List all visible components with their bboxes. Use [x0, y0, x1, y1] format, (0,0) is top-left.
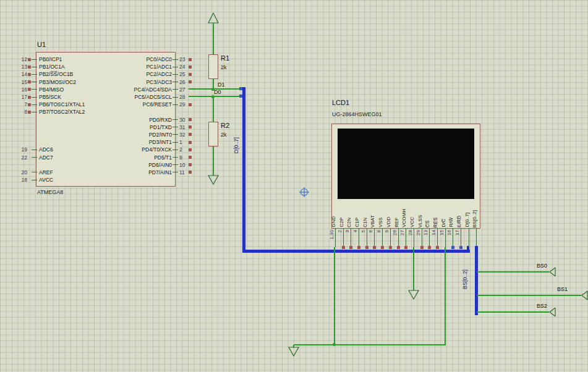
u1-pin-row[interactable]: PD0/RXD 30: [101, 116, 192, 124]
wire-bs2[interactable]: [477, 311, 549, 313]
wire-scl-r2[interactable]: [213, 97, 214, 122]
pin-stub: [173, 74, 178, 75]
ground-symbol-r2[interactable]: [207, 173, 219, 185]
u1-pin-row[interactable]: PD1/TXD 31: [101, 124, 192, 131]
pin-stub: [32, 104, 37, 105]
pin-square: [189, 103, 192, 106]
bus-label-bs[interactable]: BS[0..2]: [462, 269, 468, 289]
wire-scl[interactable]: [189, 96, 244, 97]
pin-number: 7: [17, 101, 27, 108]
u1-pin-row[interactable]: 16 PB4/MISO: [17, 86, 85, 93]
pin-stub: [422, 229, 422, 247]
pin-square: [459, 246, 462, 249]
pin-square: [349, 246, 352, 249]
ground-symbol-lcd[interactable]: [407, 288, 420, 300]
lcd-pin-label: VCOMH: [402, 209, 410, 227]
pin-stub: [374, 229, 375, 247]
pin-stub: [398, 229, 399, 247]
u1-pin-row[interactable]: PC5/ADC5/SCL 28: [101, 93, 192, 101]
wire-lcd-gnd[interactable]: [334, 247, 335, 345]
u1-pin-row[interactable]: PD3/INT1 1: [101, 138, 192, 146]
u1-pin-row[interactable]: 13 PB1/OC1A: [17, 63, 85, 70]
pin-label: PB5/SCK: [39, 94, 61, 100]
wire-lcd-vcc-gnd[interactable]: [413, 247, 414, 290]
u1-pin-row[interactable]: 8 PB7/TOSC2/XTAL2: [17, 108, 85, 116]
pin-square: [365, 246, 369, 249]
wire-power-r1[interactable]: [213, 23, 214, 54]
r1-body[interactable]: [208, 54, 218, 79]
bus-d-horizontal[interactable]: [242, 250, 470, 253]
u1-pin-row[interactable]: PC4/ADC4/SDA 27: [101, 86, 192, 93]
bus-d-vertical[interactable]: [242, 87, 245, 253]
pin-stub: [173, 164, 178, 165]
pin-number: 14: [17, 71, 27, 77]
r2-body[interactable]: [208, 122, 218, 146]
pin-stub: [32, 89, 37, 90]
wire-r2-gnd[interactable]: [213, 146, 214, 175]
wire-bs1[interactable]: [477, 295, 581, 296]
pin-stub: [469, 229, 469, 247]
u1-pin-row[interactable]: 20 AREF: [17, 169, 85, 176]
pin-stub: [445, 229, 446, 247]
u1-pin-row[interactable]: 22 ADC7: [17, 153, 85, 161]
net-label-bs2[interactable]: BS2: [537, 303, 547, 309]
u1-pin-row[interactable]: PD7/AIN1 11: [101, 169, 192, 176]
pin-stub: [343, 229, 344, 247]
u1-pin-row[interactable]: PC0/ADC0 23: [101, 56, 192, 63]
lcd-pin-labels: GND C2P C2N C1P C1N VBAT VSS VDD REF VCO…: [331, 199, 480, 227]
u1-pin-row[interactable]: 7 PB6/TOSC1/XTAL1: [17, 101, 85, 108]
net-label-d1[interactable]: D1: [218, 82, 225, 88]
wire-bs0[interactable]: [477, 271, 549, 273]
u1-pin-row[interactable]: PD6/AIN0 10: [101, 161, 192, 169]
u1-pin-row[interactable]: PD5/T1 9: [101, 153, 192, 161]
u1-pin-row[interactable]: 14 PB2/S̅S̅/OC1B: [17, 70, 85, 78]
pin-square: [28, 103, 31, 106]
pin-number: 18: [17, 177, 27, 183]
lcd-pin[interactable]: 17: [457, 229, 465, 247]
pin-label: PD1/TXD: [101, 124, 172, 130]
pin-number: 6: [369, 230, 373, 232]
net-label-bs0[interactable]: BS0: [537, 263, 547, 269]
u1-pin-row[interactable]: 15 PB3/MOSI/OC2: [17, 78, 85, 86]
pin-number: 31: [178, 124, 188, 130]
schematic-canvas[interactable]: U1 ATMEGA8 12 PB0/ICP1 13 PB1/OC1A 14: [0, 0, 588, 372]
pin-stub: [173, 119, 178, 120]
bus-bs-vertical[interactable]: [475, 246, 478, 315]
bus-label-d[interactable]: D[0..7]: [234, 137, 239, 154]
pin-stub: [32, 112, 37, 112]
pin-number: 24: [178, 64, 188, 70]
pin-stub: [173, 134, 178, 135]
u1-pin-row[interactable]: PC6/RESET 29: [101, 101, 192, 108]
pin-stub: [173, 67, 178, 67]
wire-ground-rail[interactable]: [294, 344, 446, 345]
u1-pin-row[interactable]: PC3/ADC3 26: [101, 78, 192, 86]
terminal-bs0[interactable]: [549, 267, 556, 277]
lcd-pin-label: GND: [331, 216, 339, 227]
terminal-bs1[interactable]: [581, 290, 588, 300]
u1-pin-row[interactable]: 19 ADC6: [17, 146, 85, 153]
ground-symbol-bottom[interactable]: [288, 345, 300, 357]
net-label-d0[interactable]: D0: [214, 89, 221, 95]
wire-lcd-dc[interactable]: [445, 247, 446, 345]
u1-pin-row[interactable]: 18 AVCC: [17, 176, 85, 184]
pin-number: 17: [17, 94, 27, 100]
pin-square: [381, 246, 384, 249]
net-label-bs1[interactable]: BS1: [557, 286, 568, 292]
u1-pin-row[interactable]: 17 PB5/SCK: [17, 93, 85, 101]
pin-square: [357, 246, 360, 249]
u1-pin-row[interactable]: PD2/INT0 32: [101, 131, 192, 138]
pin-number: 19: [17, 146, 27, 153]
lcd-pin[interactable]: [472, 229, 480, 247]
lcd-ref: LCD1: [332, 99, 349, 106]
u1-pin-row[interactable]: PC1/ADC1 24: [101, 63, 192, 70]
pin-number: 15: [440, 230, 445, 235]
u1-pin-row[interactable]: PD4/T0/XCK 2: [101, 146, 192, 153]
r1-value: 2k: [221, 64, 227, 70]
lcd-pin[interactable]: [465, 229, 473, 247]
power-symbol[interactable]: [207, 12, 219, 23]
r1-ref: R1: [221, 54, 229, 62]
u1-pin-row[interactable]: PC2/ADC2 25: [101, 70, 192, 78]
pin-square: [342, 246, 345, 249]
u1-pin-row[interactable]: 12 PB0/ICP1: [17, 56, 85, 63]
terminal-bs2[interactable]: [549, 307, 556, 317]
